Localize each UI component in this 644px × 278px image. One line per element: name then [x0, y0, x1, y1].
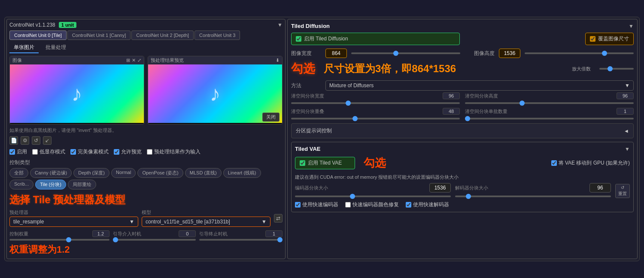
annotation-select-preprocessor: 选择 Tile 预处理器及模型 — [9, 193, 283, 207]
refresh-icon[interactable]: ↺ — [32, 136, 40, 145]
enable-tiled-diffusion-label: 启用 Tiled Diffusion — [304, 35, 348, 43]
control-types-row: 全部 Canny (硬边缘) Depth (深度) Normal OpenPos… — [9, 168, 283, 189]
collapse-icon[interactable]: ▼ — [277, 22, 283, 28]
image-width-label: 图像宽度 — [291, 50, 321, 57]
latent-batch-label: 潜空间分块单批数量 — [465, 108, 507, 115]
fast-color-checkbox[interactable]: 快速编码器颜色修复 — [345, 201, 399, 208]
sub-tab-single[interactable]: 单张图片 — [9, 43, 39, 53]
encoder-slider[interactable] — [295, 196, 451, 197]
image-box-input: 图像 ⊞ ✕ ⤢ ♪ — [9, 56, 144, 125]
gpu-checkbox[interactable]: 将 VAE 移动到 GPU (如果允许) — [551, 159, 630, 167]
decoder-slider[interactable] — [455, 196, 611, 197]
ctrl-tile[interactable]: Tile (分块) — [35, 180, 66, 189]
latent-height-slider[interactable] — [465, 102, 634, 104]
weight-label: 控制权重 — [9, 231, 28, 237]
weight-row: 控制权重 1.2 引导介入时机 0 引导终止时机 1 — [9, 230, 283, 241]
guidance-start-slider[interactable] — [113, 239, 196, 241]
preview-label: 预处理结果预览 — [151, 57, 184, 64]
copy-icon[interactable]: ⊞ — [126, 58, 130, 63]
annotation-row: 勾选 尺寸设置为3倍，即864*1536 放大倍数 — [291, 61, 634, 77]
ctrl-inpaint[interactable]: 局部重绘 — [68, 180, 96, 189]
tab-controlnet-2[interactable]: ControlNet Unit 2 [Depth] — [131, 31, 194, 40]
latent-height-label-row: 潜空间分块高度 96 — [465, 92, 634, 99]
image-height-value[interactable]: 1536 — [499, 49, 520, 58]
latent-width-slider[interactable] — [291, 102, 460, 104]
tiled-diffusion-collapse[interactable]: ▼ — [629, 23, 634, 29]
image-width-slider[interactable] — [351, 52, 460, 54]
settings-icon[interactable]: ⚙ — [21, 136, 29, 145]
clear-icon[interactable]: ✕ — [132, 58, 136, 63]
sub-tabs-row: 单张图片 批量处理 — [9, 43, 283, 53]
pixel-perfect-checkbox[interactable]: 完美像素模式 — [70, 148, 109, 156]
annotation-weight: 权重调整为1.2 — [9, 243, 283, 256]
tab-controlnet-1[interactable]: ControlNet Unit 1 [Canny] — [67, 31, 131, 40]
fast-decoder-label: 使用快速解码器 — [413, 201, 449, 208]
input-image-placeholder: ♪ — [10, 64, 144, 123]
allow-preview-checkbox[interactable]: 允许预览 — [114, 148, 142, 156]
ctrl-mlsd[interactable]: MLSD (直线) — [185, 168, 222, 178]
encoder-decoder-row: 编码器分块大小 1536 解码器分块大小 96 ↺ 重置 — [295, 183, 630, 199]
latent-height-label: 潜空间分块高度 — [465, 93, 498, 99]
preprocess-input-checkbox[interactable]: 预处理结果作为输入 — [147, 148, 200, 156]
guidance-end-label: 引导终止时机 — [199, 231, 228, 237]
region-control-label: 分区提示词控制 — [296, 127, 332, 134]
fast-checkboxes-row: 使用快速编码器 快速编码器颜色修复 使用快速解码器 — [295, 201, 630, 208]
preprocessor-select[interactable]: tile_resample ▼ — [9, 217, 138, 227]
encoder-group: 编码器分块大小 1536 — [295, 183, 451, 199]
model-label: 模型 — [142, 209, 270, 216]
enable-tiled-diffusion-col: 启用 Tiled Diffusion — [291, 33, 460, 45]
enable-cover-row: 启用 Tiled Diffusion 覆盖图像尺寸 — [291, 33, 634, 45]
control-type-label: 控制类型 — [9, 159, 283, 166]
ctrl-scrib[interactable]: Scrib... — [9, 180, 33, 189]
guidance-end-value: 1 — [265, 230, 283, 237]
panel-title: ControlNet v1.1.238 — [9, 22, 55, 28]
fast-encoder-checkbox[interactable]: 使用快速编码器 — [295, 201, 338, 208]
fast-decoder-checkbox[interactable]: 使用快速解码器 — [406, 201, 449, 208]
encoder-value[interactable]: 1536 — [429, 183, 451, 192]
enable-checkbox[interactable]: 启用 — [9, 148, 27, 156]
cover-image-label: 覆盖图像尺寸 — [598, 35, 629, 43]
cover-image-checkbox[interactable]: 覆盖图像尺寸 — [585, 33, 634, 45]
method-row: 方法 Mixture of Diffusers ▼ — [291, 80, 634, 91]
ctrl-lineart[interactable]: Lineart (线稿) — [223, 168, 261, 178]
weight-value: 1.2 — [92, 230, 109, 237]
ctrl-openpose[interactable]: OpenPose (姿态) — [137, 168, 183, 178]
tiled-vae-collapse[interactable]: ▼ — [625, 146, 630, 152]
scale-factor-slider[interactable] — [599, 68, 634, 70]
image-height-slider[interactable] — [525, 52, 634, 54]
arrow-icon[interactable]: ↙ — [43, 136, 52, 145]
sub-tab-batch[interactable]: 批量处理 — [41, 43, 70, 53]
latent-overlap-slider[interactable] — [291, 118, 460, 119]
latent-overlap-group: 潜空间分块重叠 48 — [291, 108, 460, 121]
download-icon[interactable]: ⬇ — [276, 58, 279, 63]
tiled-diffusion-title: Tiled Diffusion — [291, 23, 330, 29]
low-vram-checkbox[interactable]: 低显存模式 — [32, 148, 65, 156]
weight-slider[interactable] — [9, 239, 109, 241]
latent-batch-slider[interactable] — [465, 118, 634, 119]
method-select[interactable]: Mixture of Diffusers ▼ — [325, 80, 634, 91]
main-container: ControlNet v1.1.238 1 unit ▼ ControlNet … — [4, 17, 640, 261]
ctrl-depth[interactable]: Depth (深度) — [73, 168, 109, 178]
enable-tiled-vae-checkbox[interactable]: 启用 Tiled VAE — [295, 157, 355, 169]
decoder-value[interactable]: 96 — [589, 183, 611, 192]
ctrl-all[interactable]: 全部 — [9, 168, 28, 178]
swap-icon[interactable]: ⇄ — [274, 214, 283, 223]
reset-button[interactable]: ↺ 重置 — [615, 184, 630, 198]
region-control-section[interactable]: 分区提示词控制 ◄ — [291, 123, 634, 138]
decoder-label: 解码器分块大小 — [455, 185, 488, 191]
enable-tiled-diffusion-checkbox[interactable]: 启用 Tiled Diffusion — [291, 33, 460, 45]
latent-height-group: 潜空间分块高度 96 — [465, 92, 634, 105]
model-select[interactable]: control_v11f1e_sd15_tile [a371b31b] ▼ — [142, 217, 270, 227]
ctrl-normal[interactable]: Normal — [111, 168, 136, 178]
tab-controlnet-3[interactable]: ControlNet Unit 3 — [194, 31, 240, 40]
latent-overlap-value: 48 — [443, 108, 460, 115]
ctrl-canny[interactable]: Canny (硬边缘) — [30, 168, 72, 178]
image-width-value[interactable]: 864 — [325, 49, 347, 58]
doc-icon[interactable]: 📄 — [9, 136, 18, 145]
guidance-end-slider[interactable] — [199, 239, 283, 241]
zoom-icon[interactable]: ⤢ — [137, 58, 141, 63]
close-preview-button[interactable]: 关闭 — [262, 113, 279, 122]
tab-controlnet-0[interactable]: ControlNet Unit 0 [Tile] — [9, 31, 67, 40]
preprocessor-label: 预处理器 — [9, 209, 138, 216]
unit-badge: 1 unit — [59, 22, 76, 28]
